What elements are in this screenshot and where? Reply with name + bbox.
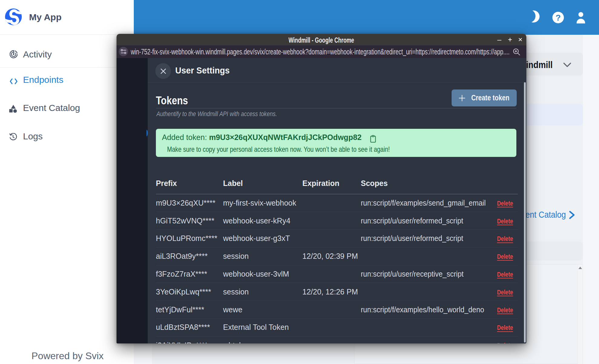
svg-text:?: ?: [555, 13, 561, 22]
